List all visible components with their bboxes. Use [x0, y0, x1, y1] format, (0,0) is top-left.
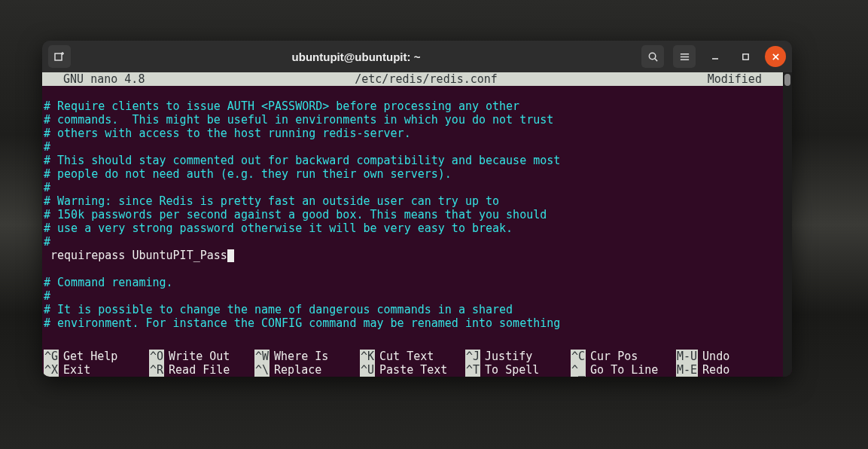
- shortcut-key: ^T: [465, 363, 480, 377]
- nano-editor-content[interactable]: # Require clients to issue AUTH <PASSWOR…: [42, 99, 792, 330]
- editor-line: #: [44, 235, 790, 249]
- shortcut-key: ^_: [571, 363, 586, 377]
- shortcut-item: ^TTo Spell: [465, 363, 571, 377]
- window-title: ubuntupit@ubuntupit: ~: [71, 50, 641, 63]
- editor-line: # It is possible to change the name of d…: [44, 303, 790, 316]
- editor-line: # people do not need auth (e.g. they run…: [44, 167, 790, 181]
- shortcut-action: Replace: [270, 363, 321, 377]
- nano-titlebar: GNU nano 4.8 /etc/redis/redis.conf Modif…: [42, 72, 783, 86]
- shortcut-item: ^XExit: [44, 363, 149, 377]
- nano-status: Modified: [708, 72, 775, 86]
- new-tab-icon: [53, 50, 65, 63]
- shortcut-key: ^C: [571, 350, 586, 363]
- shortcut-item: ^GGet Help: [44, 350, 149, 363]
- maximize-button[interactable]: [735, 46, 756, 67]
- shortcut-action: Undo: [698, 350, 729, 363]
- shortcut-action: Write Out: [164, 350, 230, 363]
- shortcut-action: Redo: [698, 363, 729, 377]
- titlebar-right: [641, 45, 786, 68]
- shortcut-item: ^_Go To Line: [571, 363, 676, 377]
- shortcut-key: ^\: [254, 363, 270, 377]
- svg-rect-2: [742, 53, 748, 59]
- shortcut-key: M-U: [676, 350, 698, 363]
- shortcut-key: ^K: [360, 350, 375, 363]
- shortcut-item: ^RRead File: [149, 363, 254, 377]
- titlebar-left: [48, 45, 71, 68]
- shortcut-item: ^JJustify: [465, 350, 571, 363]
- close-icon: [772, 53, 780, 61]
- shortcut-item: M-ERedo: [676, 363, 781, 377]
- shortcut-action: Paste Text: [375, 363, 447, 377]
- svg-point-1: [649, 53, 655, 59]
- close-button[interactable]: [765, 46, 786, 67]
- editor-line: # This should stay commented out for bac…: [44, 154, 790, 167]
- shortcut-item: ^OWrite Out: [149, 350, 254, 363]
- new-tab-button[interactable]: [48, 45, 71, 68]
- editor-line: # others with access to the host running…: [44, 127, 790, 140]
- shortcut-row-2: ^XExit^RRead File^\Replace^UPaste Text^T…: [44, 363, 781, 377]
- nano-version: GNU nano 4.8: [50, 72, 145, 86]
- editor-line: # commands. This might be useful in envi…: [44, 113, 790, 127]
- nano-shortcut-bar: ^GGet Help^OWrite Out^WWhere Is^KCut Tex…: [42, 350, 783, 377]
- editor-line: requirepass UbuntuPIT_Pass: [44, 249, 790, 262]
- shortcut-action: Where Is: [270, 350, 328, 363]
- nano-filename: /etc/redis/redis.conf: [355, 72, 498, 86]
- editor-line: #: [44, 140, 790, 154]
- editor-line: # environment. For instance the CONFIG c…: [44, 316, 790, 330]
- shortcut-key: ^X: [44, 363, 59, 377]
- terminal-window: ubuntupit@ubuntupit: ~: [42, 41, 792, 377]
- minimize-icon: [711, 52, 720, 61]
- maximize-icon: [742, 53, 750, 61]
- search-icon: [647, 51, 659, 63]
- editor-line: [44, 262, 790, 276]
- shortcut-row-1: ^GGet Help^OWrite Out^WWhere Is^KCut Tex…: [44, 350, 781, 363]
- scrollbar-thumb[interactable]: [784, 74, 790, 86]
- editor-line: # Require clients to issue AUTH <PASSWOR…: [44, 99, 790, 113]
- shortcut-action: Get Help: [59, 350, 117, 363]
- shortcut-item: ^\Replace: [254, 363, 360, 377]
- shortcut-action: Read File: [164, 363, 230, 377]
- menu-button[interactable]: [673, 45, 696, 68]
- shortcut-action: Exit: [59, 363, 90, 377]
- editor-line: # use a very strong password otherwise i…: [44, 221, 790, 235]
- shortcut-key: ^R: [149, 363, 164, 377]
- shortcut-item: ^KCut Text: [360, 350, 465, 363]
- search-button[interactable]: [641, 45, 664, 68]
- titlebar[interactable]: ubuntupit@ubuntupit: ~: [42, 41, 792, 72]
- shortcut-action: To Spell: [480, 363, 539, 377]
- shortcut-key: ^W: [254, 350, 270, 363]
- shortcut-action: Justify: [480, 350, 532, 363]
- minimize-button[interactable]: [705, 46, 726, 67]
- shortcut-item: M-UUndo: [676, 350, 781, 363]
- shortcut-key: ^J: [465, 350, 480, 363]
- hamburger-icon: [679, 51, 690, 63]
- editor-line: # Warning: since Redis is pretty fast an…: [44, 194, 790, 208]
- editor-line: # Command renaming.: [44, 276, 790, 289]
- shortcut-key: ^O: [149, 350, 164, 363]
- terminal-body[interactable]: GNU nano 4.8 /etc/redis/redis.conf Modif…: [42, 72, 792, 377]
- text-cursor: [227, 249, 234, 262]
- shortcut-action: Cur Pos: [586, 350, 638, 363]
- editor-line: #: [44, 181, 790, 194]
- shortcut-action: Go To Line: [586, 363, 658, 377]
- shortcut-action: Cut Text: [375, 350, 434, 363]
- shortcut-key: ^U: [360, 363, 375, 377]
- shortcut-key: ^G: [44, 350, 59, 363]
- shortcut-key: M-E: [676, 363, 698, 377]
- svg-rect-0: [55, 53, 62, 60]
- shortcut-item: ^WWhere Is: [254, 350, 360, 363]
- editor-line: #: [44, 289, 790, 303]
- terminal-scrollbar[interactable]: [783, 72, 792, 377]
- editor-line: # 150k passwords per second against a go…: [44, 208, 790, 221]
- shortcut-item: ^UPaste Text: [360, 363, 465, 377]
- shortcut-item: ^CCur Pos: [571, 350, 676, 363]
